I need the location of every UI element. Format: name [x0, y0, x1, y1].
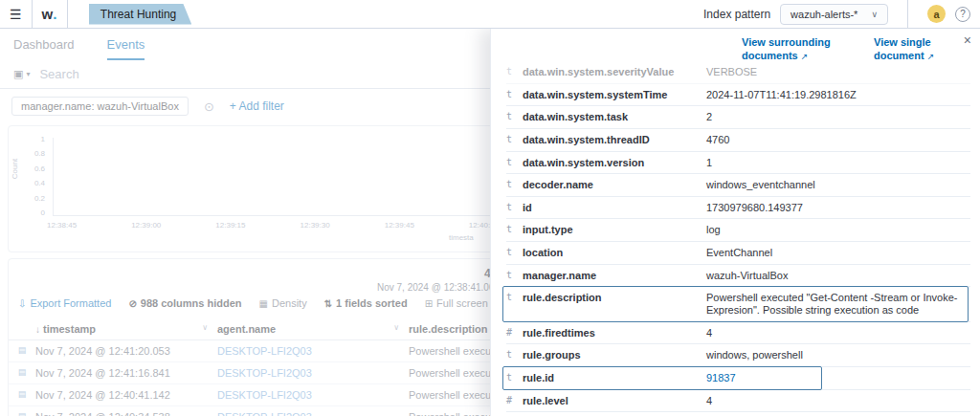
x-axis-ticks: 12:38:45 12:39:00 12:39:15 12:39:30 12:3… [47, 221, 499, 230]
x-axis-label: timesta [449, 233, 474, 242]
x-tick: 12:39:45 [385, 221, 414, 230]
column-menu-icon[interactable]: ∨ [202, 323, 208, 335]
columns-hidden-button[interactable]: ⊘ 988 columns hidden [128, 297, 241, 309]
logo-dot: . [53, 6, 57, 22]
field-row[interactable]: t data.win.system.systemTime 2024-11-07T… [506, 84, 970, 107]
expand-document-icon[interactable]: ▤ [9, 345, 35, 357]
cell-agent-name-link[interactable]: DESKTOP-LFI2Q03 [217, 389, 409, 401]
query-language-selector[interactable]: ▣ ▾ [13, 68, 30, 80]
cell-timestamp: Nov 7, 2024 @ 12:40:41.142 [35, 389, 217, 401]
field-row-rule-id-highlighted[interactable]: t rule.id 91837 [506, 367, 970, 390]
field-row[interactable]: t decoder.name windows_eventchannel [506, 174, 970, 197]
y-tick: 1 [41, 135, 45, 143]
field-name: data.win.system.task [523, 111, 706, 123]
field-row[interactable]: t input.type log [506, 219, 970, 242]
expand-document-icon[interactable]: ▤ [9, 389, 35, 401]
field-row[interactable]: t location EventChannel [506, 242, 970, 265]
x-tick: 12:38:45 [47, 221, 77, 230]
link-label: View single document [874, 36, 931, 61]
divider [67, 0, 68, 29]
field-value: 1 [706, 157, 970, 169]
field-row[interactable]: t data.win.system.threadID 4760 [506, 129, 970, 152]
expand-document-icon[interactable]: ▤ [9, 367, 35, 379]
app-window: ☰ w. Threat Hunting Index pattern wazuh-… [0, 0, 980, 416]
toolbar-label: Export Formatted [30, 297, 111, 309]
field-row[interactable]: t data.win.system.severityValue VERBOSE [506, 61, 970, 84]
tab-events[interactable]: Events [107, 37, 145, 60]
field-value: wazuh-VirtualBox [706, 270, 970, 282]
density-icon: ▦ [259, 298, 268, 309]
column-header-timestamp[interactable]: ↓timestamp ∨ [35, 323, 217, 335]
field-row[interactable]: # rule.level 4 [506, 390, 970, 413]
breadcrumb-threat-hunting[interactable]: Threat Hunting [89, 4, 191, 25]
document-fields-table: t data.win.system.severityValue VERBOSE … [491, 61, 970, 416]
expand-document-icon[interactable]: ▤ [9, 411, 35, 416]
index-pattern-select[interactable]: wazuh-alerts-* ∨ [780, 4, 888, 25]
field-type-icon: t [506, 111, 523, 122]
field-row[interactable]: t data.win.system.task 2 [506, 106, 970, 129]
field-row[interactable]: ◑ rule.mail false [506, 412, 970, 416]
hamburger-menu-icon[interactable]: ☰ [10, 7, 22, 22]
field-name: rule.groups [523, 349, 706, 361]
cell-agent-name-link[interactable]: DESKTOP-LFI2Q03 [217, 367, 409, 379]
header-spacer [9, 323, 35, 335]
divider [32, 0, 33, 29]
x-tick: 12:39:00 [131, 221, 161, 230]
view-surrounding-documents-link[interactable]: View surrounding documents ↗ [742, 36, 851, 63]
cell-timestamp: Nov 7, 2024 @ 12:41:16.841 [35, 367, 217, 379]
y-tick: 0.2 [34, 194, 45, 203]
field-value-link[interactable]: 91837 [706, 372, 970, 384]
field-type-icon: t [506, 372, 523, 383]
field-name: id [523, 202, 706, 214]
field-name: data.win.system.version [523, 157, 706, 169]
field-name: rule.firedtimes [523, 327, 706, 339]
download-icon: ⇩ [18, 298, 26, 309]
column-menu-icon[interactable]: ∨ [393, 323, 399, 335]
field-row-rule-description-highlighted[interactable]: t rule.description Powershell executed "… [506, 287, 970, 321]
index-pattern-value: wazuh-alerts-* [791, 9, 858, 20]
field-row[interactable]: t rule.groups windows, powershell [506, 344, 970, 367]
top-bar: ☰ w. Threat Hunting Index pattern wazuh-… [0, 0, 980, 29]
toolbar-label: 1 fields sorted [336, 297, 408, 309]
y-axis-label: Count [11, 159, 19, 179]
export-formatted-button[interactable]: ⇩ Export Formatted [18, 297, 111, 309]
field-type-icon: # [506, 395, 523, 406]
tab-dashboard[interactable]: Dashboard [13, 37, 75, 60]
field-type-icon: t [506, 349, 523, 361]
field-row[interactable]: t id 1730979680.149377 [506, 197, 970, 220]
field-name: rule.level [523, 395, 706, 407]
field-type-icon: t [506, 89, 523, 100]
field-value: 4760 [706, 134, 970, 146]
field-type-icon: t [506, 224, 523, 235]
cell-timestamp: Nov 7, 2024 @ 12:40:34.538 [35, 411, 217, 416]
y-tick: 0.4 [34, 179, 45, 187]
column-header-agent-name[interactable]: agent.name ∨ [217, 323, 409, 335]
field-row[interactable]: t data.win.system.version 1 [506, 152, 970, 175]
cell-agent-name-link[interactable]: DESKTOP-LFI2Q03 [217, 345, 409, 357]
add-filter-button[interactable]: + Add filter [230, 99, 284, 113]
chevron-down-icon: ∨ [871, 10, 878, 19]
field-name: data.win.system.systemTime [523, 89, 706, 101]
filter-pill-manager-name[interactable]: manager.name: wazuh-VirtualBox [11, 97, 189, 116]
eye-hidden-icon: ⊘ [128, 298, 136, 309]
external-link-icon: ↗ [927, 52, 935, 61]
field-name: manager.name [523, 270, 706, 282]
avatar[interactable]: a [927, 5, 946, 23]
field-name: data.win.system.severityValue [523, 66, 706, 78]
help-icon[interactable]: ? [955, 7, 970, 22]
density-button[interactable]: ▦ Density [259, 297, 307, 309]
filter-status-icon[interactable]: ⊙ [204, 99, 214, 114]
full-screen-button[interactable]: ⊞ Full screen [425, 297, 488, 309]
sort-desc-icon[interactable]: ↓ [35, 324, 40, 335]
wazuh-logo[interactable]: w. [42, 6, 57, 22]
toolbar-label: Density [272, 297, 307, 309]
cell-agent-name-link[interactable]: DESKTOP-LFI2Q03 [217, 411, 409, 416]
fields-sorted-button[interactable]: ⇅ 1 fields sorted [324, 297, 408, 309]
field-row[interactable]: # rule.firedtimes 4 [506, 322, 970, 345]
time-range: Nov 7, 2024 @ 12:38:41.000 [377, 282, 500, 293]
field-row[interactable]: t manager.name wazuh-VirtualBox [506, 265, 970, 288]
field-value: EventChannel [706, 247, 970, 259]
field-value: log [706, 224, 970, 236]
field-name: decoder.name [523, 179, 706, 191]
close-icon[interactable]: × [964, 33, 971, 48]
